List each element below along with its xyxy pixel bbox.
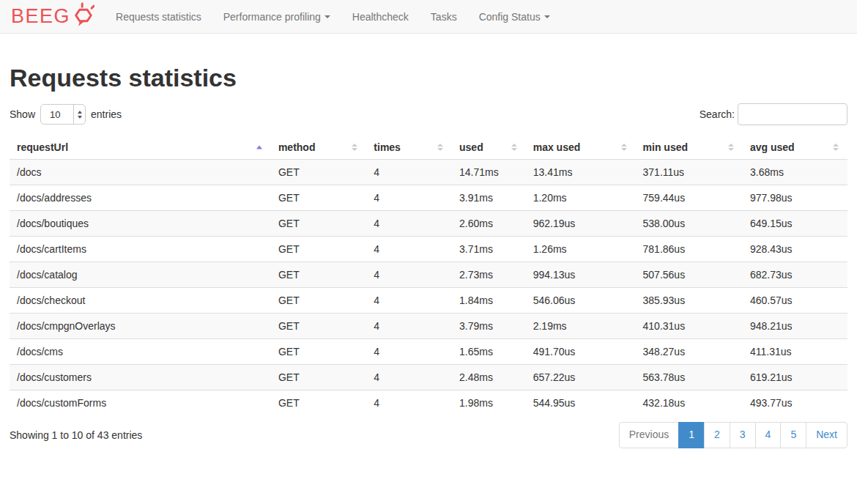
- pagination-page-5[interactable]: 5: [781, 422, 806, 448]
- pagination-page-label: 2: [704, 422, 730, 448]
- nav-item-performance-profiling[interactable]: Performance profiling: [212, 0, 341, 34]
- column-header-times[interactable]: times: [366, 136, 452, 160]
- column-header-avg-used[interactable]: avg used: [743, 136, 847, 160]
- cell-avg-used: 928.43us: [743, 237, 847, 262]
- cell-method: GET: [271, 211, 366, 237]
- pagination-page-label: 1: [678, 422, 705, 448]
- column-header-label: times: [374, 141, 401, 153]
- sort-both-icon: [437, 144, 443, 151]
- pagination-page-4[interactable]: 4: [756, 422, 782, 448]
- nav-item-config-status[interactable]: Config Status: [468, 0, 561, 34]
- column-header-method[interactable]: method: [271, 136, 366, 160]
- cell-requesturl: /docs/customForms: [10, 390, 271, 416]
- cell-requesturl: /docs/cms: [10, 339, 271, 365]
- cell-max-used: 657.22us: [526, 365, 636, 390]
- sort-both-icon: [833, 144, 839, 151]
- nav-item-requests-statistics[interactable]: Requests statistics: [105, 0, 212, 34]
- page-length-select[interactable]: 10: [40, 104, 86, 125]
- column-header-label: avg used: [750, 141, 795, 153]
- cell-min-used: 781.86us: [636, 237, 743, 262]
- pagination-previous-label: Previous: [619, 422, 679, 448]
- cell-min-used: 563.78us: [636, 365, 743, 390]
- cell-used: 3.71ms: [452, 237, 526, 262]
- cell-used: 3.91ms: [452, 185, 526, 211]
- column-header-requesturl[interactable]: requestUrl: [10, 136, 271, 160]
- navbar-menu: Requests statistics Performance profilin…: [105, 0, 561, 33]
- main-content: Requests statistics Show 10 entries Sear…: [0, 64, 857, 448]
- nav-item-tasks[interactable]: Tasks: [420, 0, 468, 34]
- pagination-page-1[interactable]: 1: [679, 422, 705, 448]
- cell-max-used: 13.41ms: [526, 160, 636, 185]
- cell-times: 4: [366, 160, 452, 185]
- table-row: /docs/cmpgnOverlays GET 4 3.79ms 2.19ms …: [10, 314, 847, 339]
- cell-used: 2.60ms: [452, 211, 526, 237]
- pagination-page-label: 5: [780, 422, 806, 448]
- pagination-next[interactable]: Next: [806, 422, 847, 448]
- table-row: /docs/cms GET 4 1.65ms 491.70us 348.27us…: [10, 339, 847, 365]
- cell-min-used: 348.27us: [636, 339, 743, 365]
- cell-method: GET: [271, 237, 366, 262]
- pagination-page-3[interactable]: 3: [730, 422, 756, 448]
- cell-max-used: 994.13us: [526, 262, 636, 288]
- sort-both-icon: [352, 144, 357, 151]
- nav-item-label: Requests statistics: [116, 11, 201, 23]
- cell-times: 4: [366, 185, 452, 211]
- nav-item-label: Healthcheck: [352, 11, 409, 23]
- beego-brand-link[interactable]: BEEG: [11, 1, 94, 32]
- pagination-previous[interactable]: Previous: [619, 422, 679, 448]
- requests-table: requestUrl method times used max used: [10, 136, 847, 415]
- cell-requesturl: /docs/cartItems: [10, 237, 271, 262]
- cell-method: GET: [271, 262, 366, 288]
- cell-max-used: 2.19ms: [526, 314, 636, 339]
- column-header-max-used[interactable]: max used: [526, 136, 636, 160]
- cell-times: 4: [366, 288, 452, 314]
- cell-min-used: 538.00us: [636, 211, 743, 237]
- cell-requesturl: /docs/cmpgnOverlays: [10, 314, 271, 339]
- column-header-min-used[interactable]: min used: [636, 136, 743, 160]
- beego-bee-icon: [72, 1, 94, 32]
- cell-used: 14.71ms: [452, 160, 526, 185]
- nav-item-label: Config Status: [479, 11, 541, 23]
- column-header-label: max used: [533, 141, 581, 153]
- cell-used: 1.84ms: [452, 288, 526, 314]
- table-controls: Show 10 entries Search:: [10, 103, 847, 125]
- cell-min-used: 432.18us: [636, 390, 743, 416]
- cell-max-used: 491.70us: [526, 339, 636, 365]
- cell-avg-used: 649.15us: [743, 211, 847, 237]
- cell-used: 3.79ms: [452, 314, 526, 339]
- column-header-label: method: [278, 141, 316, 153]
- sort-both-icon: [621, 144, 627, 151]
- cell-min-used: 371.11us: [636, 160, 743, 185]
- table-row: /docs/checkout GET 4 1.84ms 546.06us 385…: [10, 288, 847, 314]
- sort-both-icon: [728, 144, 734, 151]
- cell-requesturl: /docs: [10, 160, 271, 185]
- pagination: Previous 1 2 3 4 5 Next: [619, 422, 847, 448]
- cell-requesturl: /docs/boutiques: [10, 211, 271, 237]
- cell-avg-used: 493.77us: [743, 390, 847, 416]
- page-length-control: Show 10 entries: [10, 104, 122, 125]
- sort-asc-icon: [256, 146, 262, 149]
- table-body: /docs GET 4 14.71ms 13.41ms 371.11us 3.6…: [10, 160, 847, 416]
- cell-max-used: 1.20ms: [526, 185, 636, 211]
- cell-avg-used: 948.21us: [743, 314, 847, 339]
- nav-item-healthcheck[interactable]: Healthcheck: [341, 0, 420, 34]
- cell-method: GET: [271, 288, 366, 314]
- cell-avg-used: 460.57us: [743, 288, 847, 314]
- cell-max-used: 544.95us: [526, 390, 636, 416]
- table-row: /docs/customers GET 4 2.48ms 657.22us 56…: [10, 365, 847, 390]
- column-header-used[interactable]: used: [452, 136, 526, 160]
- entries-label: entries: [91, 108, 122, 120]
- cell-method: GET: [271, 185, 366, 211]
- entries-info: Showing 1 to 10 of 43 entries: [10, 429, 142, 441]
- table-row: /docs/customForms GET 4 1.98ms 544.95us …: [10, 390, 847, 416]
- column-header-label: used: [459, 141, 483, 153]
- cell-avg-used: 619.21us: [743, 365, 847, 390]
- search-input[interactable]: [738, 103, 847, 125]
- cell-method: GET: [271, 314, 366, 339]
- cell-min-used: 507.56us: [636, 262, 743, 288]
- sort-both-icon: [511, 144, 517, 151]
- column-header-label: min used: [643, 141, 688, 153]
- pagination-page-2[interactable]: 2: [705, 422, 730, 448]
- cell-min-used: 385.93us: [636, 288, 743, 314]
- cell-avg-used: 3.68ms: [743, 160, 847, 185]
